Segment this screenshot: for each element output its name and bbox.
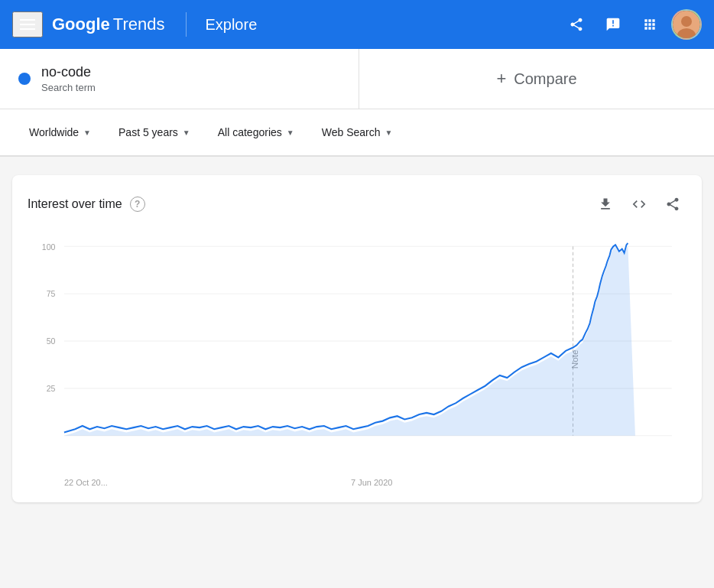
category-chevron-icon: ▼: [287, 128, 294, 137]
share-button[interactable]: [561, 9, 592, 40]
chart-share-icon: [665, 197, 680, 212]
y-label-100: 100: [42, 242, 56, 252]
header-actions: [561, 9, 702, 40]
apps-button[interactable]: [634, 9, 665, 40]
filters-bar: Worldwide ▼ Past 5 years ▼ All categorie…: [0, 109, 714, 157]
y-label-25: 25: [47, 384, 56, 394]
chart-header: Interest over time ?: [28, 190, 686, 218]
category-filter[interactable]: All categories ▼: [207, 120, 305, 145]
interest-chart: 100 75 50 25 Note: [28, 230, 686, 475]
compare-plus: +: [496, 69, 506, 89]
app-header: Google Trends Explore: [0, 0, 714, 49]
x-label-start: 22 Oct 20...: [64, 478, 108, 487]
header-divider: [186, 12, 187, 37]
x-label-mid: 7 Jun 2020: [351, 478, 392, 487]
menu-button[interactable]: [12, 11, 43, 37]
embed-button[interactable]: [625, 190, 653, 218]
app-logo: Google Trends: [52, 15, 164, 34]
page-title: Explore: [205, 16, 257, 34]
location-chevron-icon: ▼: [83, 128, 91, 137]
x-axis-labels: 22 Oct 20... 7 Jun 2020 end: [28, 475, 686, 487]
feedback-icon: [605, 17, 621, 32]
embed-icon: [631, 197, 647, 212]
y-label-50: 50: [47, 336, 56, 346]
logo-google-text: Google: [52, 15, 110, 34]
search-term-text: no-code Search term: [41, 64, 96, 93]
feedback-button[interactable]: [598, 9, 628, 40]
chart-actions: [592, 190, 686, 218]
apps-icon: [642, 17, 657, 32]
svg-point-1: [681, 16, 692, 27]
category-label: All categories: [218, 126, 282, 138]
search-term-panel: no-code Search term: [0, 49, 359, 109]
term-indicator: [18, 73, 31, 85]
time-chevron-icon: ▼: [183, 128, 190, 137]
compare-panel[interactable]: + Compare: [359, 49, 714, 109]
help-button[interactable]: ?: [130, 197, 145, 212]
chart-title: Interest over time: [28, 197, 122, 211]
location-filter[interactable]: Worldwide ▼: [18, 120, 102, 145]
search-type-chevron-icon: ▼: [385, 128, 392, 137]
search-area: no-code Search term + Compare: [0, 49, 714, 109]
help-icon: ?: [135, 199, 140, 210]
logo-trends-text: Trends: [113, 15, 165, 34]
time-range-label: Past 5 years: [118, 126, 178, 138]
y-label-75: 75: [47, 289, 56, 299]
chart-title-area: Interest over time ?: [28, 197, 145, 212]
search-type-label: Web Search: [322, 126, 381, 138]
term-name: no-code: [41, 64, 96, 80]
term-type: Search term: [41, 82, 96, 93]
download-icon: [598, 197, 613, 212]
search-type-filter[interactable]: Web Search ▼: [311, 120, 404, 145]
compare-label: Compare: [514, 70, 576, 88]
interest-over-time-card: Interest over time ? 10: [12, 175, 702, 502]
share-icon: [569, 17, 584, 32]
avatar[interactable]: [671, 9, 702, 40]
chart-area-container: 100 75 50 25 Note: [28, 230, 686, 475]
download-button[interactable]: [592, 190, 619, 218]
chart-share-button[interactable]: [659, 190, 686, 218]
location-label: Worldwide: [29, 126, 79, 138]
avatar-image: [673, 11, 700, 38]
time-range-filter[interactable]: Past 5 years ▼: [108, 120, 201, 145]
